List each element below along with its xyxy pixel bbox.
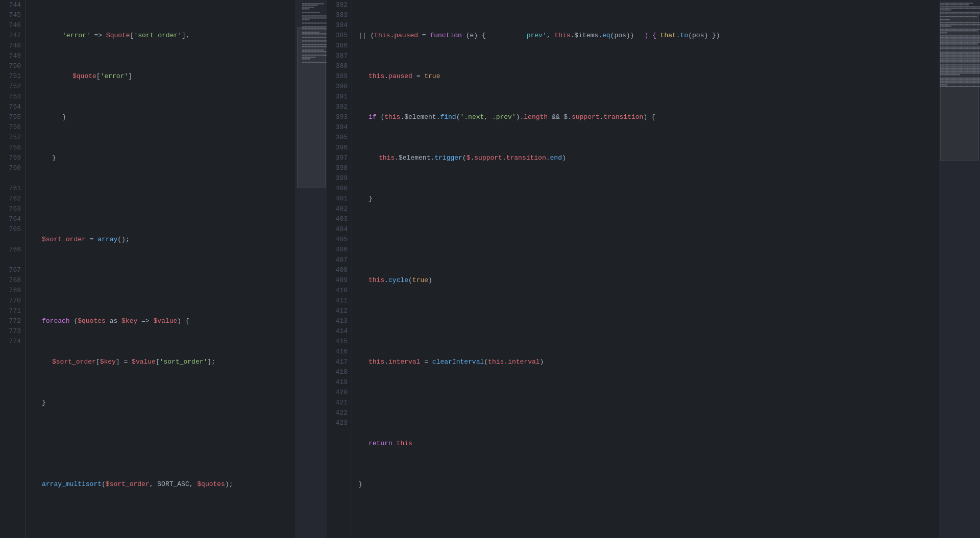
left-minimap[interactable]: ████████████████████████████████████ ███… — [296, 0, 327, 538]
editor-container: 744 745 746 747 748 749 750 751 752 753 … — [0, 0, 980, 538]
left-code-content[interactable]: 'error' => $quote['sort_order'], $quote[… — [26, 0, 296, 538]
right-code-content[interactable]: || (this.paused = function (e) {prev', t… — [352, 0, 939, 538]
right-minimap[interactable]: ████████████████████████████████████████… — [939, 0, 980, 538]
right-line-numbers: 382 383 384 385 386 387 388 389 390 391 … — [327, 0, 352, 538]
left-line-numbers: 744 745 746 747 748 749 750 751 752 753 … — [0, 0, 26, 538]
right-code-panel[interactable]: 382 383 384 385 386 387 388 389 390 391 … — [327, 0, 939, 538]
left-code-panel[interactable]: 744 745 746 747 748 749 750 751 752 753 … — [0, 0, 296, 538]
